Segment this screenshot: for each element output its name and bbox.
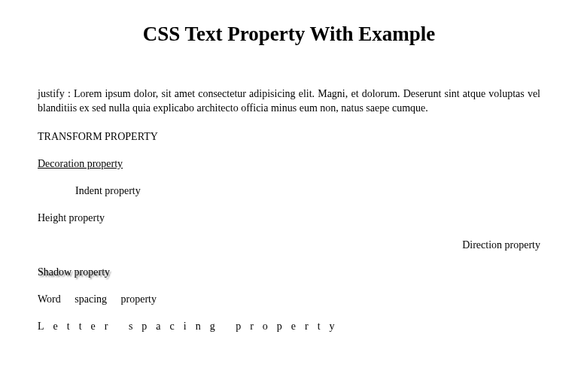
height-example: Height property (38, 212, 540, 224)
shadow-example: Shadow property (38, 266, 540, 278)
direction-example: Direction property (38, 239, 540, 251)
word-spacing-example: Word spacing property (38, 293, 540, 305)
letter-spacing-example: Letter spacing property (38, 321, 540, 333)
decoration-example: Decoration property (38, 158, 540, 170)
transform-example: Transform property (38, 131, 540, 143)
page-title: CSS Text Property With Example (38, 23, 540, 46)
indent-example: Indent property (38, 185, 540, 197)
justify-example: justify : Lorem ipsum dolor, sit amet co… (38, 87, 540, 116)
